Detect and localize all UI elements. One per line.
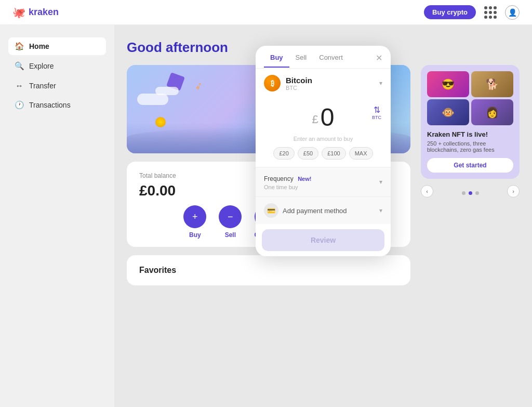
tab-buy[interactable]: Buy — [264, 54, 289, 68]
arrow-decoration: ➶ — [193, 78, 205, 93]
quick-amount-100[interactable]: £100 — [322, 147, 345, 160]
layout: 🏠 Home 🔍 Explore ↔ Transfer 🕐 Transactio… — [0, 25, 532, 407]
quick-amount-20[interactable]: £20 — [273, 147, 294, 160]
coin-info: ₿ Bitcoin BTC — [264, 75, 312, 91]
grid-menu-icon[interactable] — [484, 6, 497, 19]
nft-images-grid: 😎 🐕 🐵 👩 — [427, 71, 513, 125]
coin-selector[interactable]: ₿ Bitcoin BTC ▾ — [256, 69, 391, 98]
coin-details: Bitcoin BTC — [286, 76, 312, 91]
nft-prev-button[interactable]: ‹ — [421, 185, 433, 198]
transfer-icon: ↔ — [15, 81, 24, 90]
tab-sell[interactable]: Sell — [289, 54, 313, 68]
home-icon: 🏠 — [15, 42, 24, 51]
nft-dot-2 — [469, 191, 472, 195]
nft-image-4: 👩 — [471, 99, 513, 125]
payment-left: 💳 Add payment method — [264, 203, 347, 218]
sidebar-label-home: Home — [29, 42, 49, 50]
frequency-row-top: Frequency New! — [264, 174, 311, 183]
tab-convert[interactable]: Convert — [313, 54, 349, 68]
buy-circle-icon: + — [183, 205, 206, 228]
logo-text: kraken — [29, 7, 59, 18]
sidebar-label-transfer: Transfer — [29, 82, 56, 90]
modal-tabs: Buy Sell Convert ✕ — [256, 46, 391, 69]
right-column: 😎 🐕 🐵 👩 Kraken NFT is live! 250 + collec… — [421, 65, 520, 285]
quick-amount-50[interactable]: £50 — [298, 147, 318, 160]
nft-card: 😎 🐕 🐵 👩 Kraken NFT is live! 250 + collec… — [421, 65, 520, 179]
chevron-down-icon: ▾ — [379, 80, 382, 87]
frequency-selector[interactable]: Frequency New! One time buy ▾ — [256, 167, 391, 196]
nft-image-1: 😎 — [427, 71, 469, 97]
cloud-decoration-2 — [155, 87, 179, 95]
nft-image-3: 🐵 — [427, 99, 469, 125]
sell-label: Sell — [225, 231, 236, 239]
nft-image-2: 🐕 — [471, 71, 513, 97]
topnav: 🐙 kraken Buy crypto 👤 — [0, 0, 532, 25]
favorites-title: Favorites — [139, 266, 398, 275]
logo-icon: 🐙 — [12, 6, 25, 19]
buy-sell-convert-modal: Buy Sell Convert ✕ ₿ Bitcoin BTC — [256, 46, 391, 256]
sidebar-item-transfer[interactable]: ↔ Transfer — [8, 77, 106, 94]
nft-description: 250 + collections, three blockchains, ze… — [427, 140, 513, 153]
frequency-info: Frequency New! One time buy — [264, 174, 311, 190]
nft-title: Kraken NFT is live! — [427, 130, 513, 138]
convert-currency-label: BTC — [372, 115, 381, 120]
sidebar: 🏠 Home 🔍 Explore ↔ Transfer 🕐 Transactio… — [0, 25, 114, 407]
modal-close-button[interactable]: ✕ — [376, 53, 382, 68]
review-button[interactable]: Review — [262, 229, 384, 251]
payment-icon: 💳 — [264, 203, 278, 218]
bitcoin-logo: ₿ — [264, 75, 281, 91]
currency-symbol: £ — [312, 113, 318, 126]
frequency-chevron-icon: ▾ — [379, 178, 382, 186]
frequency-new-badge: New! — [298, 176, 311, 182]
coin-ticker: BTC — [286, 85, 312, 91]
nft-dot-3 — [475, 191, 479, 195]
amount-display: £ 0 ⇅ BTC — [256, 98, 391, 135]
nft-dots — [462, 191, 479, 195]
main-content: Good afternoon ➶ ₿ — [114, 25, 532, 407]
sidebar-item-transactions[interactable]: 🕐 Transactions — [8, 96, 106, 114]
payment-method-selector[interactable]: 💳 Add payment method ▾ — [256, 196, 391, 224]
payment-label: Add payment method — [283, 207, 347, 215]
amount-value[interactable]: 0 — [321, 103, 335, 132]
sidebar-item-explore[interactable]: 🔍 Explore — [8, 57, 106, 75]
frequency-title: Frequency — [264, 175, 294, 182]
modal-tabs-left: Buy Sell Convert — [264, 54, 349, 68]
sidebar-label-transactions: Transactions — [29, 101, 71, 109]
cloud-decoration-1 — [137, 94, 168, 105]
frequency-subtitle: One time buy — [264, 184, 311, 190]
user-account-icon[interactable]: 👤 — [505, 5, 520, 20]
action-sell[interactable]: − Sell — [219, 205, 242, 239]
quick-amount-max[interactable]: MAX — [349, 147, 373, 160]
topnav-right: Buy crypto 👤 — [424, 5, 520, 20]
amount-hint: Enter an amount to buy — [256, 135, 391, 147]
sell-circle-icon: − — [219, 205, 242, 228]
explore-icon: 🔍 — [15, 61, 24, 71]
action-buy[interactable]: + Buy — [183, 205, 206, 239]
sidebar-label-explore: Explore — [29, 62, 54, 70]
logo: 🐙 kraken — [12, 6, 59, 19]
toggle-currency-button[interactable]: ⇅ BTC — [372, 105, 381, 120]
sidebar-item-home[interactable]: 🏠 Home — [8, 37, 106, 55]
favorites-card: Favorites — [127, 255, 410, 285]
convert-arrows-icon: ⇅ — [374, 105, 380, 115]
buy-label: Buy — [189, 231, 201, 239]
quick-amounts: £20 £50 £100 MAX — [256, 147, 391, 167]
payment-chevron-icon: ▾ — [379, 207, 382, 214]
nft-get-started-button[interactable]: Get started — [427, 158, 513, 173]
buy-crypto-button[interactable]: Buy crypto — [424, 5, 476, 19]
transactions-icon: 🕐 — [15, 100, 24, 110]
coin-name: Bitcoin — [286, 76, 312, 85]
nft-dot-1 — [462, 191, 466, 195]
nft-navigation: ‹ › — [421, 185, 520, 198]
nft-next-button[interactable]: › — [507, 185, 520, 198]
